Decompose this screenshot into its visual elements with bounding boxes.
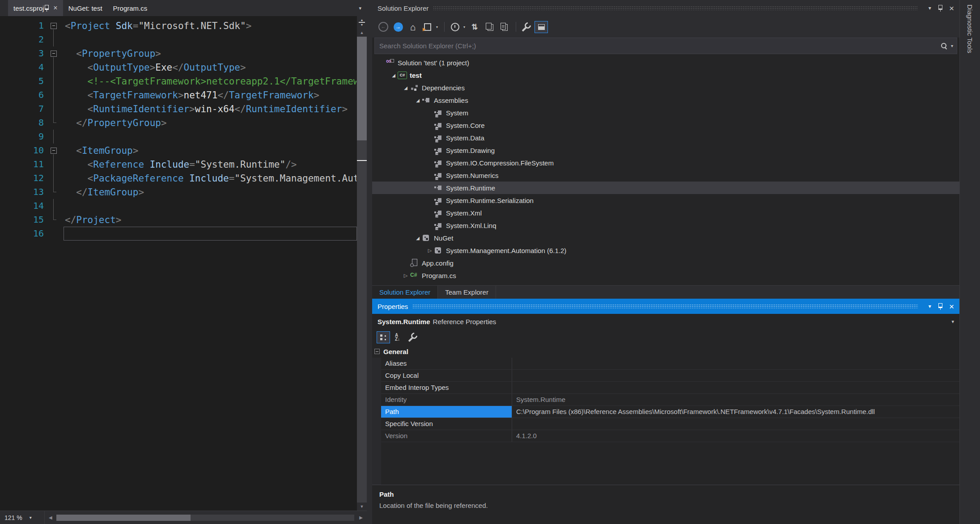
code-line-2[interactable]: 2 bbox=[0, 33, 357, 46]
alphabetical-icon[interactable] bbox=[391, 331, 405, 343]
tree-item-system-io-compression-filesystem[interactable]: System.IO.Compression.FileSystem bbox=[372, 156, 959, 169]
solution-explorer-titlebar[interactable]: Solution Explorer ▾ × bbox=[372, 0, 959, 16]
code-line-15[interactable]: 15</Project> bbox=[0, 213, 357, 227]
code-line-1[interactable]: 1<Project Sdk="Microsoft.NET.Sdk"> bbox=[0, 19, 357, 33]
editor-tab-test-csproj[interactable]: test.csproj× bbox=[8, 0, 63, 16]
preview-selected-items-icon[interactable] bbox=[497, 21, 511, 33]
navigate-back-icon[interactable] bbox=[377, 21, 390, 33]
expander-open-icon[interactable] bbox=[390, 73, 398, 78]
categorized-icon[interactable] bbox=[377, 331, 390, 343]
tree-item-system-drawing[interactable]: System.Drawing bbox=[372, 144, 959, 156]
fold-collapse-icon[interactable] bbox=[44, 19, 64, 33]
navigate-forward-icon[interactable] bbox=[391, 21, 405, 33]
code-line-4[interactable]: 4 <OutputType>Exe</OutputType> bbox=[0, 60, 357, 74]
editor-split-handle[interactable]: ▲ ▼ bbox=[357, 16, 367, 29]
properties-object-selector[interactable]: System.Runtime Reference Properties ▾ bbox=[372, 314, 959, 329]
expander-open-icon[interactable] bbox=[414, 236, 422, 241]
expander-open-icon[interactable] bbox=[402, 85, 410, 90]
pin-icon[interactable] bbox=[44, 4, 49, 12]
pane-divider[interactable] bbox=[367, 0, 372, 524]
property-row-specific-version[interactable]: Specific Version bbox=[381, 418, 959, 430]
editor-tab-nuget-test[interactable]: NuGet: test bbox=[63, 0, 108, 16]
search-options-dropdown-icon[interactable]: ▾ bbox=[951, 43, 953, 48]
tree-item-system-data[interactable]: System.Data bbox=[372, 131, 959, 144]
editor-horizontal-scrollbar[interactable] bbox=[56, 515, 355, 521]
tab-list-dropdown-icon[interactable]: ▾ bbox=[359, 5, 361, 11]
code-line-6[interactable]: 6 <TargetFramework>net471</TargetFramewo… bbox=[0, 88, 357, 102]
general-section-header[interactable]: General bbox=[372, 345, 959, 358]
tree-item-system-runtime-serialization[interactable]: System.Runtime.Serialization bbox=[372, 194, 959, 207]
collapse-section-icon[interactable] bbox=[374, 349, 380, 354]
editor-tab-program-cs[interactable]: Program.cs bbox=[108, 0, 153, 16]
code-line-7[interactable]: 7 <RuntimeIdentifier>win-x64</RuntimeIde… bbox=[0, 102, 357, 116]
tree-item-program-cs[interactable]: Program.cs bbox=[372, 269, 959, 282]
editor-zoom-combo[interactable]: 121 % ▾ bbox=[0, 511, 45, 524]
property-pages-icon[interactable] bbox=[406, 331, 420, 343]
editor-vertical-scrollbar[interactable]: ▲ ▼ ▲ ▼ bbox=[357, 16, 367, 511]
code-line-8[interactable]: 8 </PropertyGroup> bbox=[0, 116, 357, 130]
code-line-12[interactable]: 12 <PackageReference Include="System.Man… bbox=[0, 171, 357, 185]
window-position-dropdown-icon[interactable]: ▾ bbox=[929, 5, 931, 11]
tree-item-system-management-automation-6-1-2[interactable]: System.Management.Automation (6.1.2) bbox=[372, 244, 959, 257]
expander-closed-icon[interactable] bbox=[402, 273, 410, 279]
window-position-dropdown-icon[interactable]: ▾ bbox=[929, 304, 931, 309]
tree-item-app-config[interactable]: App.config bbox=[372, 257, 959, 269]
code-line-10[interactable]: 10 <ItemGroup> bbox=[0, 144, 357, 157]
code-line-13[interactable]: 13 </ItemGroup> bbox=[0, 185, 357, 199]
code-line-3[interactable]: 3 <PropertyGroup> bbox=[0, 46, 357, 60]
tree-item-system-core[interactable]: System.Core bbox=[372, 119, 959, 131]
property-row-copy-local[interactable]: Copy Local bbox=[381, 370, 959, 382]
scroll-right-icon[interactable]: ▶ bbox=[355, 515, 367, 520]
tree-item-system-xml[interactable]: System.Xml bbox=[372, 207, 959, 219]
tree-item-nuget[interactable]: NuGet bbox=[372, 232, 959, 244]
search-icon[interactable] bbox=[940, 42, 948, 50]
object-dropdown-icon[interactable]: ▾ bbox=[951, 319, 954, 325]
pin-icon[interactable] bbox=[938, 4, 943, 12]
search-input[interactable] bbox=[375, 42, 940, 50]
tree-item-system-numerics[interactable]: System.Numerics bbox=[372, 169, 959, 182]
property-row-identity[interactable]: IdentitySystem.Runtime bbox=[381, 394, 959, 406]
scroll-down-icon[interactable]: ▼ bbox=[360, 503, 364, 511]
property-row-aliases[interactable]: Aliases bbox=[381, 358, 959, 370]
collapse-all-icon[interactable] bbox=[483, 21, 496, 33]
code-line-16[interactable]: 16 bbox=[0, 227, 357, 241]
vertical-scroll-track[interactable] bbox=[357, 37, 367, 503]
property-row-version[interactable]: Version4.1.2.0 bbox=[381, 430, 959, 442]
code-line-9[interactable]: 9 bbox=[0, 130, 357, 144]
close-icon[interactable]: × bbox=[53, 4, 57, 12]
pin-icon[interactable] bbox=[938, 303, 943, 310]
sync-with-active-document-icon[interactable] bbox=[468, 21, 481, 33]
properties-icon[interactable] bbox=[520, 21, 533, 33]
expander-open-icon[interactable] bbox=[414, 98, 422, 103]
tree-item-solution-test-1-project[interactable]: Solution 'test' (1 project) bbox=[372, 56, 959, 69]
panel-tab-team-explorer[interactable]: Team Explorer bbox=[438, 286, 496, 299]
code-line-11[interactable]: 11 <Reference Include="System.Runtime"/> bbox=[0, 157, 357, 171]
code-editor[interactable]: 1<Project Sdk="Microsoft.NET.Sdk">23 <Pr… bbox=[0, 16, 357, 511]
properties-titlebar[interactable]: Properties ▾ × bbox=[372, 299, 959, 314]
pending-changes-filter-icon[interactable]: ▾ bbox=[448, 21, 462, 33]
fold-collapse-icon[interactable] bbox=[44, 144, 64, 157]
horizontal-scroll-thumb[interactable] bbox=[56, 515, 191, 521]
switch-views-icon[interactable]: ▾ bbox=[421, 21, 434, 33]
tree-item-dependencies[interactable]: Dependencies bbox=[372, 81, 959, 94]
tree-item-test[interactable]: test bbox=[372, 69, 959, 81]
code-line-5[interactable]: 5 <!--<TargetFramework>netcoreapp2.1</Ta… bbox=[0, 74, 357, 88]
scroll-left-icon[interactable]: ◀ bbox=[45, 515, 56, 520]
panel-tab-solution-explorer[interactable]: Solution Explorer bbox=[372, 286, 438, 299]
property-row-embed-interop-types[interactable]: Embed Interop Types bbox=[381, 382, 959, 394]
diagnostic-tools-tab[interactable]: Diagnostic Tools bbox=[959, 0, 980, 524]
tree-item-system[interactable]: System bbox=[372, 106, 959, 119]
vertical-scroll-thumb[interactable] bbox=[357, 37, 367, 140]
close-icon[interactable]: × bbox=[949, 302, 954, 311]
tree-item-system-runtime[interactable]: System.Runtime bbox=[372, 182, 959, 194]
fold-collapse-icon[interactable] bbox=[44, 46, 64, 60]
expander-closed-icon[interactable] bbox=[426, 248, 434, 254]
tree-item-system-xml-linq[interactable]: System.Xml.Linq bbox=[372, 219, 959, 232]
show-all-files-icon[interactable] bbox=[535, 21, 548, 33]
tree-item-assemblies[interactable]: Assemblies bbox=[372, 94, 959, 106]
scroll-up-icon[interactable]: ▲ bbox=[360, 29, 364, 37]
property-row-path[interactable]: PathC:\Program Files (x86)\Reference Ass… bbox=[381, 406, 959, 418]
close-icon[interactable]: × bbox=[949, 4, 954, 13]
home-icon[interactable] bbox=[406, 21, 420, 33]
code-line-14[interactable]: 14 bbox=[0, 199, 357, 213]
